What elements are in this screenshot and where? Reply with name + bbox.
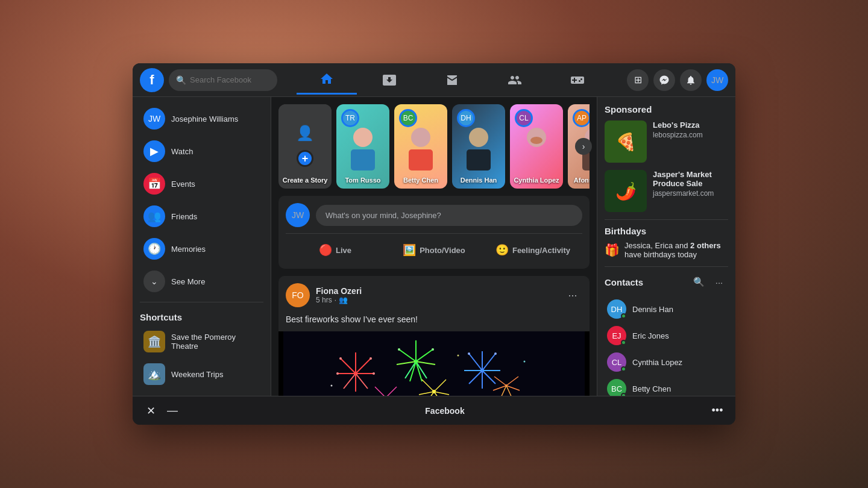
- contact-cynthia[interactable]: CL Cynthia Lopez: [605, 349, 728, 375]
- live-btn[interactable]: 🔴 Live: [286, 239, 385, 261]
- photo-btn[interactable]: 🖼️ Photo/Video: [385, 239, 483, 261]
- right-divider-1: [605, 219, 728, 220]
- top-nav: f 🔍 ⊞: [133, 63, 735, 97]
- live-icon: 🔴: [319, 243, 332, 257]
- sidebar-see-more-label: See More: [171, 277, 205, 286]
- svg-point-54: [468, 352, 470, 355]
- bottom-close-btn[interactable]: ✕: [142, 402, 159, 419]
- story-betty-label: Betty Chen: [394, 177, 447, 184]
- post-composer: JW What's on your mind, Josephine? 🔴 Liv…: [278, 196, 590, 269]
- svg-rect-10: [283, 331, 585, 396]
- search-bar[interactable]: 🔍: [169, 69, 277, 91]
- svg-point-78: [524, 361, 526, 363]
- svg-point-76: [331, 385, 333, 387]
- create-story-label: Create a Story: [278, 177, 332, 184]
- story-dennis-label: Dennis Han: [452, 177, 505, 184]
- contact-eric[interactable]: EJ Eric Jones: [605, 322, 728, 349]
- contacts-search-btn[interactable]: 🔍: [690, 273, 708, 291]
- svg-point-0: [353, 128, 373, 147]
- story-betty[interactable]: BC Betty Chen: [394, 104, 447, 189]
- birthday-icon: 🎁: [605, 243, 620, 257]
- center-feed: 👤 + Create a Story TR Tom Russo: [271, 97, 597, 396]
- svg-point-2: [411, 128, 430, 147]
- contact-betty[interactable]: BC Betty Chen: [605, 375, 728, 396]
- friends-icon: 👥: [143, 205, 165, 227]
- search-input[interactable]: [190, 75, 270, 84]
- contact-dennis-name: Dennis Han: [632, 305, 673, 314]
- bottom-bar: ✕ — Facebook •••: [133, 396, 735, 425]
- feeling-btn[interactable]: 🙂 Feeling/Activity: [483, 239, 582, 261]
- nav-tab-marketplace[interactable]: [422, 66, 482, 95]
- bottom-more-btn[interactable]: •••: [709, 402, 726, 419]
- photo-icon: 🖼️: [403, 243, 416, 257]
- contact-betty-avatar: BC: [607, 379, 626, 396]
- sidebar-item-user[interactable]: JW Josephine Williams: [136, 103, 267, 134]
- sidebar-user-name: Josephine Williams: [171, 114, 238, 124]
- app-window: f 🔍 ⊞: [133, 63, 735, 425]
- story-betty-avatar: BC: [399, 109, 417, 127]
- messenger-icon-btn[interactable]: [653, 69, 675, 91]
- contact-dennis[interactable]: DH Dennis Han: [605, 296, 728, 322]
- create-story-plus-icon: +: [297, 150, 313, 167]
- nav-right: ⊞ JW: [627, 69, 728, 91]
- lebo-info: Lebo's Pizza lebospizza.com: [653, 120, 728, 163]
- sidebar-item-pomeroy[interactable]: 🏛️ Save the Pomeroy Theatre: [136, 326, 267, 357]
- bottom-title: Facebook: [181, 406, 709, 416]
- shortcuts-title: Shortcuts: [133, 307, 271, 325]
- notifications-icon-btn[interactable]: [680, 69, 702, 91]
- contact-betty-name: Betty Chen: [632, 384, 671, 393]
- composer-avatar: JW: [286, 203, 310, 227]
- contact-betty-online: [621, 393, 626, 396]
- svg-point-7: [530, 137, 542, 144]
- sidebar-item-jaspers[interactable]: 🌿 Jasper's Market: [136, 391, 267, 396]
- user-sidebar-avatar: JW: [143, 108, 165, 130]
- right-divider-2: [605, 266, 728, 267]
- post-more-btn[interactable]: ···: [563, 286, 582, 305]
- story-afonso-avatar: AP: [573, 109, 590, 127]
- story-cynthia-avatar: CL: [515, 109, 533, 127]
- story-cynthia[interactable]: CL Cynthia Lopez: [510, 104, 563, 189]
- nav-tab-home[interactable]: [297, 66, 357, 95]
- pomeroy-label: Save the Pomeroy Theatre: [171, 333, 260, 351]
- sidebar-watch-label: Watch: [171, 147, 193, 156]
- sidebar-divider-1: [140, 302, 263, 302]
- story-dennis[interactable]: DH Dennis Han: [452, 104, 505, 189]
- composer-input[interactable]: What's on your mind, Josephine?: [316, 205, 582, 226]
- memories-icon: 🕐: [143, 238, 165, 260]
- sponsored-title: Sponsored: [605, 104, 728, 114]
- lebo-url: lebospizza.com: [653, 131, 728, 139]
- create-story-card[interactable]: 👤 + Create a Story: [278, 104, 332, 189]
- main-content: JW Josephine Williams ▶ Watch 📅 Events 👥…: [133, 97, 735, 396]
- nav-tab-groups[interactable]: [485, 66, 545, 95]
- user-avatar[interactable]: JW: [706, 69, 728, 91]
- sidebar-events-label: Events: [171, 180, 195, 189]
- sidebar-item-see-more[interactable]: ⌄ See More: [136, 266, 267, 297]
- svg-point-42: [432, 348, 434, 351]
- sidebar-item-watch[interactable]: ▶ Watch: [136, 136, 267, 167]
- post-visibility-icon: 👥: [339, 296, 348, 304]
- bottom-minimize-btn[interactable]: —: [164, 402, 181, 419]
- sidebar-item-events[interactable]: 📅 Events: [136, 168, 267, 199]
- stories-next-btn[interactable]: ›: [575, 138, 592, 155]
- sidebar-item-friends[interactable]: 👥 Friends: [136, 201, 267, 232]
- ad-lebo[interactable]: 🍕 Lebo's Pizza lebospizza.com: [605, 120, 728, 163]
- story-tom[interactable]: TR Tom Russo: [336, 104, 389, 189]
- birthday-text: Jessica, Erica and 2 others have birthda…: [624, 241, 728, 259]
- contact-cynthia-avatar: CL: [607, 352, 626, 372]
- sidebar-item-weekend[interactable]: 🏔️ Weekend Trips: [136, 358, 267, 390]
- svg-point-31: [336, 372, 339, 375]
- right-sidebar: Sponsored 🍕 Lebo's Pizza lebospizza.com …: [597, 97, 735, 396]
- ad-jaspers[interactable]: 🌶️ Jasper's Market Produce Sale jaspersm…: [605, 170, 728, 212]
- facebook-logo[interactable]: f: [140, 68, 164, 92]
- contacts-actions: 🔍 ···: [690, 273, 728, 291]
- nav-tab-gaming[interactable]: [547, 66, 608, 95]
- contacts-more-btn[interactable]: ···: [710, 273, 728, 291]
- weekend-label: Weekend Trips: [171, 370, 223, 379]
- weekend-thumb: 🏔️: [143, 363, 165, 385]
- svg-point-29: [339, 357, 342, 360]
- grid-icon-btn[interactable]: ⊞: [627, 69, 649, 91]
- story-afonso-label: Afonso Pinto: [568, 177, 590, 184]
- sidebar-friends-label: Friends: [171, 212, 197, 221]
- sidebar-item-memories[interactable]: 🕐 Memories: [136, 233, 267, 264]
- nav-tab-watch[interactable]: [359, 66, 420, 95]
